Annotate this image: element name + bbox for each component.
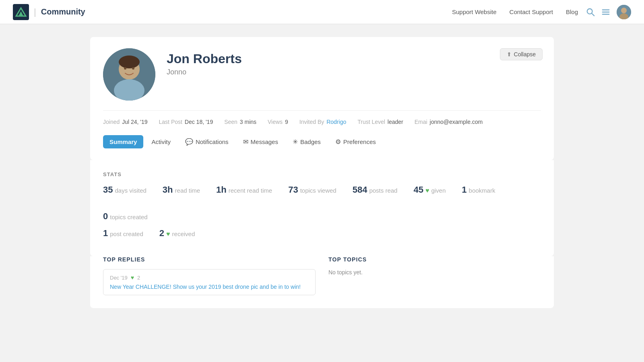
- site-header: | Community Support Website Contact Supp…: [0, 0, 644, 24]
- search-button[interactable]: [586, 8, 595, 16]
- envelope-icon: ✉: [243, 138, 248, 146]
- stat-posts-desc: posts read: [369, 187, 397, 194]
- pix4d-logo-icon: [13, 4, 29, 20]
- last-post-label: Last Post: [159, 119, 182, 125]
- stat-received-number: 2: [159, 228, 164, 239]
- stats-row-1: 35 days visited 3h read time 1h recent r…: [103, 185, 541, 222]
- no-topics-text: No topics yet.: [328, 269, 541, 276]
- tab-preferences[interactable]: ⚙ Preferences: [329, 135, 382, 149]
- stat-received-desc: received: [172, 230, 195, 237]
- nav-blog[interactable]: Blog: [566, 8, 578, 15]
- profile-username: Jonno: [167, 68, 242, 76]
- reply-meta: Dec '19 ♥ 2: [110, 274, 309, 281]
- collapse-button[interactable]: ⬆ Collapse: [500, 48, 543, 60]
- trust-value: leader: [388, 119, 403, 125]
- bottom-grid: TOP REPLIES Dec '19 ♥ 2 New Year CHALLEN…: [90, 256, 554, 308]
- stats-row-2: 1 post created 2 ♥ received: [103, 228, 541, 239]
- meta-trust: Trust Level leader: [357, 119, 403, 125]
- stat-given-number: 45: [413, 185, 423, 195]
- seen-value: 3 mins: [240, 119, 256, 125]
- top-topics-section: TOP TOPICS No topics yet.: [328, 256, 541, 295]
- stat-topics-created-number: 0: [103, 211, 108, 222]
- heart-reply-icon: ♥: [131, 274, 134, 281]
- top-topics-title: TOP TOPICS: [328, 256, 541, 263]
- stat-topics-created-desc: topics created: [110, 214, 147, 220]
- stat-topics-number: 73: [288, 185, 298, 195]
- svg-point-14: [119, 56, 140, 68]
- svg-point-9: [621, 8, 627, 13]
- seen-label: Seen: [224, 119, 237, 125]
- meta-email: Emai jonno@example.com: [415, 119, 483, 125]
- svg-point-16: [132, 67, 134, 70]
- profile-name: Jon Roberts: [167, 51, 242, 66]
- meta-joined: Joined Jul 24, '19: [103, 119, 148, 125]
- stat-recent-desc: recent read time: [229, 187, 272, 194]
- tab-badges[interactable]: ✳ Badges: [286, 135, 327, 149]
- collapse-label: Collapse: [514, 51, 536, 58]
- stats-heading: STATS: [103, 160, 541, 177]
- stat-topics-viewed: 73 topics viewed: [288, 185, 336, 195]
- profile-header: Jon Roberts Jonno: [103, 48, 541, 101]
- profile-section: Jon Roberts Jonno ⬆ Collapse Joined Jul …: [90, 37, 554, 160]
- svg-point-15: [124, 67, 126, 70]
- reply-likes: 2: [137, 275, 140, 281]
- profile-info: Jon Roberts Jonno: [167, 48, 242, 76]
- views-label: Views: [268, 119, 283, 125]
- tab-activity[interactable]: Activity: [145, 135, 177, 148]
- header-nav: Support Website Contact Support Blog: [452, 8, 578, 15]
- badge-icon: ✳: [293, 138, 298, 146]
- heart-received-icon: ♥: [166, 230, 170, 238]
- menu-button[interactable]: [601, 8, 610, 16]
- logo-text: Community: [41, 7, 85, 16]
- profile-tabs: Summary Activity 💬 Notifications ✉ Messa…: [103, 135, 541, 149]
- stat-posts-read: 584 posts read: [353, 185, 398, 195]
- top-replies-section: TOP REPLIES Dec '19 ♥ 2 New Year CHALLEN…: [103, 256, 316, 295]
- header-icons: [586, 5, 631, 19]
- stat-days-number: 35: [103, 185, 113, 195]
- meta-views: Views 9: [268, 119, 288, 125]
- tab-badges-label: Badges: [300, 138, 321, 145]
- tab-preferences-label: Preferences: [343, 138, 376, 145]
- meta-seen: Seen 3 mins: [224, 119, 256, 125]
- tab-notifications[interactable]: 💬 Notifications: [179, 135, 235, 149]
- tab-notifications-label: Notifications: [196, 138, 229, 145]
- logo-area[interactable]: | Community: [13, 4, 85, 20]
- chevron-up-icon: ⬆: [507, 51, 512, 58]
- stat-topics-created: 0 topics created: [103, 211, 148, 222]
- nav-support[interactable]: Support Website: [452, 8, 497, 15]
- views-value: 9: [285, 119, 288, 125]
- last-post-value: Dec 18, '19: [185, 119, 213, 125]
- invited-label: Invited By: [299, 119, 324, 125]
- tab-activity-label: Activity: [151, 138, 171, 145]
- stat-recent-read: 1h recent read time: [216, 185, 272, 195]
- profile-meta-row: Joined Jul 24, '19 Last Post Dec 18, '19…: [103, 110, 541, 125]
- stat-post-created-number: 1: [103, 228, 108, 239]
- stat-days-visited: 35 days visited: [103, 185, 147, 195]
- stat-recent-number: 1h: [216, 185, 227, 195]
- stat-given-desc: given: [431, 187, 446, 194]
- svg-line-4: [592, 13, 594, 16]
- main-content: Jon Roberts Jonno ⬆ Collapse Joined Jul …: [80, 24, 564, 321]
- joined-label: Joined: [103, 119, 120, 125]
- stat-bookmark: 1 bookmark: [462, 185, 495, 195]
- reply-date: Dec '19: [110, 275, 128, 281]
- chat-icon: 💬: [185, 138, 193, 146]
- stat-post-created-desc: post created: [110, 230, 143, 237]
- tab-messages-label: Messages: [251, 138, 278, 145]
- stat-read-time: 3h read time: [163, 185, 200, 195]
- profile-avatar: [103, 48, 155, 101]
- joined-value: Jul 24, '19: [122, 119, 147, 125]
- tab-summary-label: Summary: [109, 138, 137, 145]
- invited-value[interactable]: Rodrigo: [326, 119, 346, 125]
- hamburger-icon: [601, 8, 610, 16]
- tab-messages[interactable]: ✉ Messages: [237, 135, 285, 149]
- reply-link[interactable]: New Year CHALLENGE! Show us your 2019 be…: [110, 284, 301, 290]
- tab-summary[interactable]: Summary: [103, 135, 143, 148]
- nav-contact[interactable]: Contact Support: [510, 8, 553, 15]
- stat-posts-number: 584: [353, 185, 367, 195]
- email-value: jonno@example.com: [430, 119, 483, 125]
- stat-bookmark-number: 1: [462, 185, 466, 195]
- meta-invited: Invited By Rodrigo: [299, 119, 346, 125]
- user-avatar-header[interactable]: [617, 5, 631, 19]
- search-icon: [586, 8, 595, 16]
